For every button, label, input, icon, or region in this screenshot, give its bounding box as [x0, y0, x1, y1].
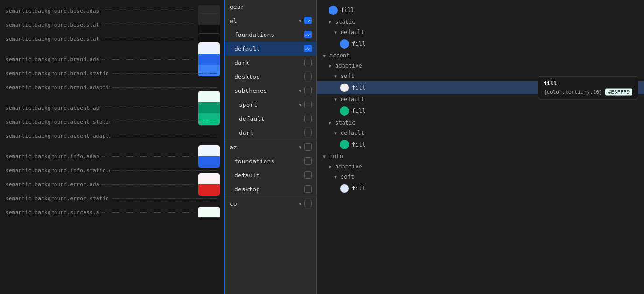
- static-default-fill-circle: [340, 39, 349, 49]
- fill-row-top[interactable]: fill: [317, 4, 644, 17]
- wl-checkbox[interactable]: –: [304, 17, 312, 24]
- default-item-selected[interactable]: default ✓: [225, 42, 316, 56]
- sport-default-item[interactable]: default: [225, 112, 316, 126]
- token-swatch: [198, 91, 220, 126]
- accent-adaptive-default-fill-label: fill: [352, 108, 365, 114]
- sport-dark-checkbox[interactable]: [304, 129, 312, 136]
- subthemes-group[interactable]: subthemes ▼: [225, 84, 316, 98]
- token-name: semantic.background.error.static.default…: [6, 196, 110, 202]
- wl-label: wl: [230, 17, 298, 24]
- az-group[interactable]: az ▼: [225, 140, 316, 154]
- info-adaptive-section[interactable]: ▼ adaptive: [317, 161, 644, 172]
- foundations-checkbox[interactable]: ✓: [304, 31, 312, 38]
- wl-group[interactable]: wl ▼ –: [225, 14, 316, 28]
- token-dots: [102, 212, 195, 213]
- static-label: static: [335, 19, 355, 25]
- accent-static-section[interactable]: ▼ static: [317, 118, 644, 128]
- token-dots: [102, 59, 195, 60]
- sport-default-checkbox[interactable]: [304, 115, 312, 122]
- token-row: semantic.background.info.adaptive.soft.f…: [0, 149, 224, 163]
- az-checkbox[interactable]: [304, 143, 312, 151]
- accent-static-default-label: default: [341, 130, 364, 136]
- accent-adaptive-arrow: ▼: [329, 63, 333, 69]
- subthemes-checkbox[interactable]: [304, 87, 312, 94]
- token-name: semantic.background.brand.adaptive.defau…: [6, 84, 110, 91]
- info-section[interactable]: ▼ info: [317, 151, 644, 161]
- co-arrow: ▼: [299, 201, 301, 206]
- foundations-label: foundations: [234, 31, 304, 38]
- foundations-item-top[interactable]: foundations ✓: [225, 28, 316, 42]
- accent-adaptive-default-fill-row[interactable]: fill: [317, 105, 644, 118]
- info-adaptive-soft-section[interactable]: ▼ soft: [317, 172, 644, 182]
- token-dots: [102, 108, 195, 108]
- static-section[interactable]: ▼ static: [317, 17, 644, 27]
- co-group[interactable]: co ▼: [225, 196, 316, 210]
- accent-static-default-fill-row[interactable]: fill: [317, 138, 644, 151]
- az-label: az: [230, 144, 298, 151]
- token-row: semantic.background.brand.adaptive.defau…: [0, 80, 224, 94]
- accent-static-label: static: [335, 119, 355, 126]
- accent-static-default-fill-circle: [340, 140, 349, 149]
- token-row: semantic.background.accent.adaptive.defa…: [0, 129, 224, 143]
- accent-section[interactable]: ▼ accent: [317, 50, 644, 61]
- static-arrow: ▼: [329, 20, 333, 25]
- accent-adaptive-soft-fill-row[interactable]: fill fill {color.tertiary.10} #E6FFF9: [317, 81, 644, 94]
- token-name: semantic.background.base.adaptive.elevat…: [6, 8, 99, 14]
- info-arrow: ▼: [323, 154, 328, 159]
- token-tree-panel: fill ▼ static ▼ default fill ▼ accent ▼ …: [317, 0, 644, 294]
- sport-dark-item[interactable]: dark: [225, 126, 316, 140]
- sport-checkbox[interactable]: [304, 101, 312, 108]
- fill-tooltip: fill {color.tertiary.10} #E6FFF9: [538, 76, 638, 100]
- dark-checkbox[interactable]: [304, 59, 312, 66]
- accent-arrow: ▼: [323, 53, 328, 58]
- static-default-arrow: ▼: [334, 30, 339, 35]
- az-desktop-label: desktop: [234, 186, 304, 193]
- accent-static-default-arrow: ▼: [334, 131, 339, 136]
- info-adaptive-soft-fill-row[interactable]: fill: [317, 182, 644, 195]
- default-checkbox[interactable]: ✓: [304, 45, 312, 52]
- fill-circle-top: [329, 6, 338, 15]
- default-label: default: [234, 45, 304, 52]
- az-default-checkbox[interactable]: [304, 171, 312, 179]
- token-row: semantic.background.error.static.default…: [0, 191, 224, 205]
- static-default-fill-row[interactable]: fill: [317, 37, 644, 50]
- dark-label: dark: [234, 59, 304, 66]
- sport-group[interactable]: sport ▼: [225, 98, 316, 112]
- token-row: semantic.background.brand.adaptive.soft.…: [0, 52, 224, 66]
- az-foundations-label: foundations: [234, 158, 304, 165]
- token-dots: [102, 156, 195, 157]
- az-arrow: ▼: [299, 145, 301, 150]
- sport-dark-label: dark: [239, 129, 304, 136]
- token-name: semantic.background.error.adaptive.soft.…: [6, 182, 99, 188]
- az-desktop-item[interactable]: desktop: [225, 182, 316, 196]
- desktop-checkbox[interactable]: [304, 73, 312, 80]
- co-checkbox[interactable]: [304, 200, 312, 207]
- accent-adaptive-section[interactable]: ▼ adaptive: [317, 61, 644, 71]
- tooltip-row: {color.tertiary.10} #E6FFF9: [544, 89, 632, 96]
- accent-adaptive-soft-arrow: ▼: [334, 74, 339, 79]
- spacer: [0, 94, 224, 101]
- sport-label: sport: [239, 101, 298, 108]
- az-foundations-checkbox[interactable]: [304, 157, 312, 165]
- dark-item[interactable]: dark: [225, 56, 316, 70]
- az-default-label: default: [234, 172, 304, 179]
- subthemes-label: subthemes: [234, 87, 298, 94]
- token-row: semantic.background.error.adaptive.soft.…: [0, 177, 224, 191]
- accent-adaptive-default-fill-circle: [340, 106, 349, 116]
- token-dots: [113, 87, 217, 88]
- info-adaptive-soft-label: soft: [341, 174, 354, 180]
- token-name: semantic.background.base.static.inverted…: [6, 36, 99, 42]
- az-default-item[interactable]: default: [225, 168, 316, 182]
- token-name: semantic.background.accent.adaptive.soft…: [6, 105, 99, 111]
- accent-static-default-fill-label: fill: [352, 141, 365, 148]
- static-default-section[interactable]: ▼ default: [317, 27, 644, 37]
- desktop-item[interactable]: desktop: [225, 70, 316, 84]
- az-desktop-checkbox[interactable]: [304, 185, 312, 193]
- az-foundations-item[interactable]: foundations: [225, 154, 316, 168]
- accent-adaptive-soft-fill-label: fill: [352, 84, 365, 91]
- theme-selector-panel[interactable]: gear wl ▼ – foundations ✓ default ✓ dark…: [224, 0, 317, 294]
- info-adaptive-soft-arrow: ▼: [334, 175, 339, 180]
- sport-default-label: default: [239, 115, 304, 122]
- accent-static-default-section[interactable]: ▼ default: [317, 128, 644, 138]
- spacer: [0, 46, 224, 52]
